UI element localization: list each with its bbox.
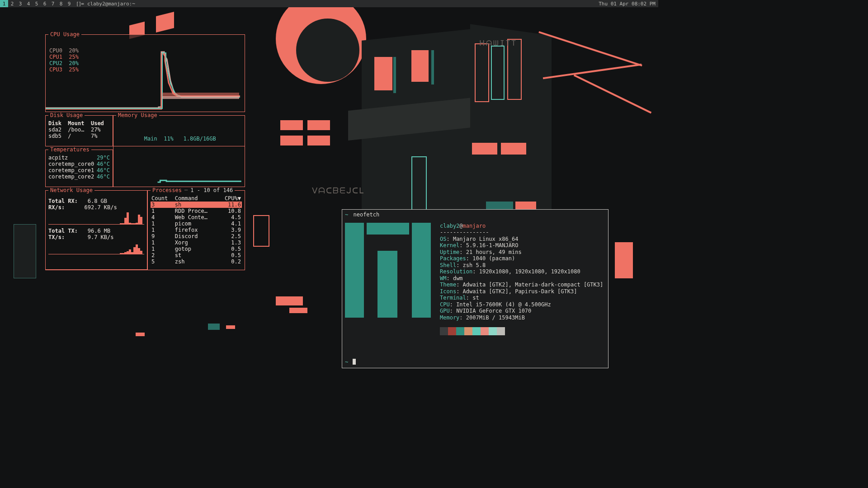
network-usage-box: Network Usage Total RX: 6.8 GB RX/s: 692…	[45, 187, 147, 270]
temperature-row: coretemp_core146°C	[48, 167, 110, 174]
distro-logo-icon	[345, 223, 431, 318]
disk-usage-box: Disk Usage Disk Mount Used sda2 /boo… 27…	[45, 112, 113, 146]
processes-box[interactable]: Processes─1 - 10 of 146 Count Command CP…	[147, 187, 245, 270]
terminal-line-cmd: ~ neofetch	[345, 211, 605, 218]
temperature-row: coretemp_core046°C	[48, 161, 110, 167]
neofetch-line: WM: dwm	[440, 275, 603, 282]
process-row[interactable]: 1Xorg1.3	[151, 239, 242, 246]
process-row[interactable]: 1firefox3.9	[151, 227, 242, 233]
memory-line: Main 11% 1.8GB/16GB	[118, 129, 216, 148]
color-swatch	[456, 327, 464, 335]
prompt-arrow-icon: ~	[345, 211, 348, 218]
color-swatch	[472, 327, 481, 335]
memory-usage-title: Memory Usage	[116, 112, 159, 118]
workspace-3[interactable]: 3	[16, 0, 24, 7]
disk-row: sdb5 / 7%	[48, 133, 110, 139]
color-swatch	[497, 327, 505, 335]
disk-row: sda2 /boo… 27%	[48, 127, 110, 133]
temperatures-title: Temperatures	[48, 146, 91, 153]
top-bar: 123456789 []= claby2@manjaro:~ Thu 01 Ap…	[0, 0, 658, 7]
net-tx-total: 96.6 MB	[88, 228, 111, 234]
color-swatch	[448, 327, 456, 335]
memory-usage-box: Memory Usage Main 11% 1.8GB/16GB	[113, 112, 245, 146]
neofetch-line: Theme: Adwaita [GTK2], Materia-dark-comp…	[440, 282, 603, 288]
gotop-panel: CPU Usage CPU0 20%CPU1 25%CPU2 20%CPU3 2…	[45, 31, 245, 270]
memory-chart-box	[113, 146, 245, 187]
wallpaper-sign-1: ᐯᗩᑕᗷᗴᒍᑕᒪ	[312, 186, 364, 196]
cpu-usage-title: CPU Usage	[48, 31, 81, 38]
color-swatch	[481, 327, 489, 335]
workspace-9[interactable]: 9	[65, 0, 73, 7]
neofetch-line: GPU: NVIDIA GeForce GTX 1070	[440, 308, 603, 314]
prompt-arrow-icon: ~	[345, 359, 348, 366]
neofetch-line: CPU: Intel i5-7600K (4) @ 4.500GHz	[440, 301, 603, 308]
clock: Thu 01 Apr 08:02 PM	[599, 1, 656, 7]
cpu-usage-box: CPU Usage CPU0 20%CPU1 25%CPU2 20%CPU3 2…	[45, 31, 245, 112]
color-swatch	[489, 327, 497, 335]
process-row[interactable]: 5zsh0.2	[151, 258, 242, 265]
neofetch-user-host: claby2@manjaro	[440, 223, 603, 230]
neofetch-terminal[interactable]: ~ neofetch claby2@manjaro --------------…	[342, 209, 609, 368]
workspace-8[interactable]: 8	[57, 0, 65, 7]
process-row[interactable]: 1picom4.1	[151, 221, 242, 227]
workspace-6[interactable]: 6	[41, 0, 49, 7]
temperature-row: coretemp_core246°C	[48, 174, 110, 180]
neofetch-info: claby2@manjaro --------------- OS: Manja…	[440, 223, 603, 336]
neofetch-line: OS: Manjaro Linux x86_64	[440, 236, 603, 243]
temperature-row: acpitz29°C	[48, 155, 110, 161]
cpu-usage-chart	[46, 51, 240, 110]
workspace-7[interactable]: 7	[49, 0, 57, 7]
color-swatch	[440, 327, 448, 335]
process-row[interactable]: 9Discord2.5	[151, 233, 242, 239]
process-row[interactable]: 1gotop0.5	[151, 246, 242, 252]
terminal-prompt[interactable]: ~	[345, 359, 356, 366]
processes-title: Processes─1 - 10 of 146	[151, 187, 235, 193]
workspace-2[interactable]: 2	[8, 0, 16, 7]
net-rx-rate: 692.7 KB/s	[84, 204, 117, 211]
neofetch-line: Resolution: 1920x1080, 1920x1080, 1920x1…	[440, 268, 603, 275]
net-tx-chart	[48, 240, 144, 254]
neofetch-line: Icons: Adwaita [GTK2], Papirus-Dark [GTK…	[440, 288, 603, 295]
processes-table[interactable]: Count Command CPU%▼ 3sh11.61RDD Proce…10…	[151, 195, 242, 265]
disk-usage-title: Disk Usage	[48, 112, 85, 118]
neofetch-color-swatches	[440, 327, 603, 335]
window-title: claby2@manjaro:~	[87, 1, 135, 7]
memory-chart	[113, 150, 241, 185]
workspace-4[interactable]: 4	[24, 0, 33, 7]
cursor-icon	[353, 359, 356, 365]
net-rx-total: 6.8 GB	[88, 198, 107, 204]
color-swatch	[464, 327, 472, 335]
process-row[interactable]: 1RDD Proce…10.8	[151, 208, 242, 214]
workspace-switcher[interactable]: 123456789	[0, 0, 73, 7]
neofetch-line: Terminal: st	[440, 295, 603, 301]
workspace-5[interactable]: 5	[33, 0, 41, 7]
neofetch-line: Kernel: 5.9.16-1-MANJARO	[440, 242, 603, 249]
svg-rect-1	[162, 96, 239, 99]
neofetch-line: Shell: zsh 5.8	[440, 262, 603, 269]
process-row[interactable]: 2st0.5	[151, 252, 242, 258]
neofetch-line: Memory: 2007MiB / 15943MiB	[440, 314, 603, 321]
neofetch-line: Uptime: 21 hours, 49 mins	[440, 249, 603, 256]
wallpaper-sign-2: ᕼᗩᗯITT	[479, 39, 517, 47]
temperatures-box: Temperatures acpitz29°Ccoretemp_core046°…	[45, 146, 113, 187]
process-row[interactable]: 4Web Conte…4.5	[151, 214, 242, 221]
workspace-1[interactable]: 1	[0, 0, 8, 7]
layout-indicator: []=	[76, 1, 84, 7]
net-rx-chart	[48, 211, 144, 224]
neofetch-line: Packages: 1040 (pacman)	[440, 255, 603, 262]
network-usage-title: Network Usage	[48, 187, 94, 193]
net-tx-rate: 9.7 KB/s	[88, 234, 114, 240]
process-row[interactable]: 3sh11.6	[151, 202, 242, 208]
